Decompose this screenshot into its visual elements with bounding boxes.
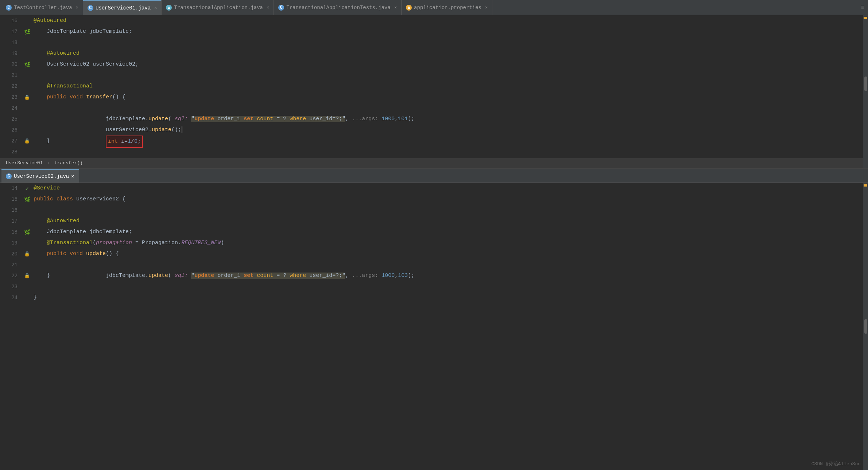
line-content-25: userService02.update();	[32, 114, 868, 125]
scrollbar-top[interactable]	[863, 15, 868, 168]
b-line-content-17: @Autowired	[32, 216, 868, 227]
code-line-25: 25 userService02.update();	[0, 114, 868, 125]
close-userservice01[interactable]: ✕	[154, 5, 157, 11]
main-window: C TestController.java ✕ C UserService01.…	[0, 0, 868, 470]
gutter-27: 🔒	[22, 138, 32, 144]
code-line-28: 28	[0, 146, 868, 157]
line-content-22: @Transactional	[32, 81, 868, 92]
b-gutter-icon-18: 🌿	[24, 229, 30, 235]
gutter-icon-23: 🔒	[24, 94, 30, 100]
line-content-28	[32, 146, 868, 157]
b-line-content-16	[32, 205, 868, 216]
tab-overflow[interactable]: ≡	[857, 4, 868, 11]
scroll-marker-bottom	[864, 184, 867, 187]
line-content-23: public void transfer() {	[32, 92, 868, 103]
b-line-num-24: 24	[0, 295, 22, 301]
tab-label-testcontroller: TestController.java	[14, 5, 72, 11]
b-code-line-14: 14 ✔ @Service	[0, 183, 868, 194]
watermark: CSDN @孙治AllenSun	[811, 461, 861, 467]
b-line-content-15: public class UserService02 {	[32, 194, 868, 205]
b-gutter-18: 🌿	[22, 229, 32, 235]
b-line-content-19: @Transactional(propagation = Propagation…	[32, 238, 868, 248]
b-line-content-20: public void update() {	[32, 248, 868, 259]
tab-bar: C TestController.java ✕ C UserService01.…	[0, 0, 868, 15]
b-line-num-14: 14	[0, 185, 22, 191]
b-line-content-24: }	[32, 292, 868, 303]
close-appproperties[interactable]: ✕	[485, 5, 488, 10]
tab-label-userservice01: UserService01.java	[96, 5, 151, 11]
b-gutter-20: 🔒	[22, 251, 32, 257]
close-testcontroller[interactable]: ✕	[76, 5, 78, 10]
tab-transactionalapp[interactable]: ✿ TransactionalApplication.java ✕	[162, 0, 274, 15]
tab-appproperties[interactable]: a application.properties ✕	[402, 0, 492, 15]
bottom-tab-bar: C UserService02.java ✕	[0, 169, 868, 183]
tab-icon-userservice01: C	[88, 5, 93, 11]
line-num-22: 22	[0, 83, 22, 89]
gutter-icon-20: 🌿	[24, 62, 30, 68]
b-line-content-14: @Service	[32, 183, 868, 194]
bottom-code-lines: 14 ✔ @Service 15 🌿 public class UserServ…	[0, 183, 868, 303]
bottom-tab-userservice02[interactable]: C UserService02.java ✕	[1, 169, 79, 183]
gutter-23: 🔒	[22, 94, 32, 100]
bottom-editor-panel: C UserService02.java ✕ 14	[0, 168, 868, 470]
line-content-27: }	[32, 136, 868, 146]
line-num-23: 23	[0, 94, 22, 100]
tab-transactionaltests[interactable]: C TransactionalApplicationTests.java ✕	[274, 0, 402, 15]
b-gutter-icon-15: 🌿	[24, 196, 30, 203]
tab-testcontroller[interactable]: C TestController.java ✕	[1, 0, 83, 15]
b-gutter-icon-20: 🔒	[24, 251, 30, 257]
b-code-line-18: 18 🌿 JdbcTemplate jdbcTemplate;	[0, 227, 868, 238]
scrollbar-bottom[interactable]	[863, 183, 868, 470]
bottom-tab-close[interactable]: ✕	[71, 173, 74, 179]
b-line-num-16: 16	[0, 207, 22, 213]
tab-icon-transactionalapp: ✿	[166, 5, 172, 11]
gutter-20: 🌿	[22, 62, 32, 68]
scrollbar-thumb-top	[864, 77, 867, 91]
b-gutter-15: 🌿	[22, 196, 32, 203]
breadcrumb-arrow: ›	[47, 160, 53, 166]
tab-icon-testcontroller: C	[6, 5, 12, 11]
line-content-21	[32, 70, 868, 81]
b-gutter-icon-22: 🔒	[24, 273, 30, 279]
code-line-18: 18	[0, 37, 868, 48]
b-line-content-21: jdbcTemplate.update( sql: "update order_…	[32, 259, 868, 270]
line-num-26: 26	[0, 127, 22, 133]
b-line-content-22: }	[32, 270, 868, 281]
b-gutter-22: 🔒	[22, 273, 32, 279]
code-line-26: 26 int i=1/0;	[0, 125, 868, 136]
line-content-26: int i=1/0;	[32, 125, 868, 136]
b-code-line-19: 19 @Transactional(propagation = Propagat…	[0, 238, 868, 248]
line-content-16: @Autowired	[32, 15, 868, 26]
line-num-28: 28	[0, 149, 22, 155]
line-num-19: 19	[0, 51, 22, 56]
gutter-icon-27: 🔒	[24, 138, 30, 144]
tab-label-transactionalapp: TransactionalApplication.java	[174, 5, 263, 11]
b-line-num-17: 17	[0, 218, 22, 224]
b-code-line-21: 21 jdbcTemplate.update( sql: "update ord…	[0, 259, 868, 270]
code-line-20: 20 🌿 UserService02 userService02;	[0, 59, 868, 70]
top-code-lines: 16 @Autowired 17 🌿 JdbcTemplate jdbcTemp…	[0, 15, 868, 157]
b-gutter-icon-14: ✔	[26, 185, 28, 192]
line-content-19: @Autowired	[32, 48, 868, 59]
bottom-code-area: 14 ✔ @Service 15 🌿 public class UserServ…	[0, 183, 868, 470]
b-code-line-24: 24 }	[0, 292, 868, 303]
bottom-tab-label: UserService02.java	[14, 173, 69, 179]
line-num-17: 17	[0, 29, 22, 35]
top-editor-panel: 16 @Autowired 17 🌿 JdbcTemplate jdbcTemp…	[0, 15, 868, 168]
tab-icon-appproperties: a	[406, 5, 412, 11]
b-line-content-23	[32, 281, 868, 292]
line-num-25: 25	[0, 116, 22, 122]
tab-label-appproperties: application.properties	[414, 5, 481, 11]
line-content-20: UserService02 userService02;	[32, 59, 868, 70]
b-code-line-17: 17 @Autowired	[0, 216, 868, 227]
code-line-19: 19 @Autowired	[0, 48, 868, 59]
top-code-area: 16 @Autowired 17 🌿 JdbcTemplate jdbcTemp…	[0, 15, 868, 158]
code-line-17: 17 🌿 JdbcTemplate jdbcTemplate;	[0, 26, 868, 37]
b-line-num-15: 15	[0, 196, 22, 202]
close-transactionaltests[interactable]: ✕	[394, 5, 397, 10]
tab-userservice01[interactable]: C UserService01.java ✕	[83, 0, 162, 15]
code-line-16: 16 @Autowired	[0, 15, 868, 26]
close-transactionalapp[interactable]: ✕	[267, 5, 269, 10]
gutter-17: 🌿	[22, 29, 32, 35]
code-line-23: 23 🔒 public void transfer() {	[0, 92, 868, 103]
